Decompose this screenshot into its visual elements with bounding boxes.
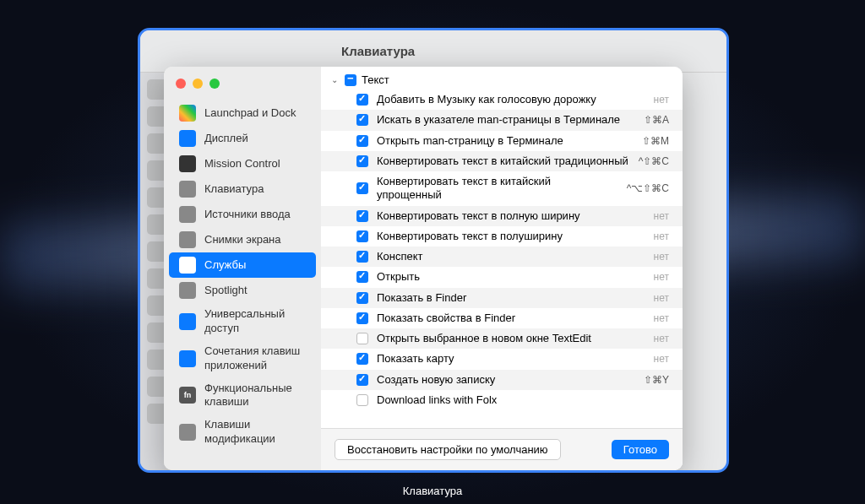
close-button[interactable] bbox=[176, 79, 186, 89]
sidebar-item-0[interactable]: Launchpad и Dock bbox=[169, 100, 316, 126]
sidebar-item-3[interactable]: Клавиатура bbox=[169, 176, 316, 202]
maximize-button[interactable] bbox=[209, 79, 220, 89]
service-checkbox[interactable] bbox=[356, 292, 368, 304]
sidebar-item-11[interactable]: Клавиши модификации bbox=[169, 414, 316, 451]
keyboard-icon bbox=[179, 181, 196, 198]
service-checkbox[interactable] bbox=[356, 353, 368, 365]
service-shortcut[interactable]: ^⌥⇧⌘C bbox=[627, 182, 669, 194]
group-label: Текст bbox=[362, 73, 389, 86]
group-checkbox[interactable] bbox=[345, 74, 356, 86]
launchpad-icon bbox=[179, 105, 196, 122]
service-row[interactable]: Открытьнет bbox=[321, 267, 683, 287]
sidebar-item-8[interactable]: Универсальный доступ bbox=[169, 303, 316, 340]
service-row[interactable]: Показать в Finderнет bbox=[321, 288, 683, 308]
category-sidebar: Launchpad и DockДисплейMission ControlКл… bbox=[164, 67, 321, 470]
service-shortcut[interactable]: нет bbox=[654, 271, 669, 283]
sidebar-item-6[interactable]: Службы bbox=[169, 252, 316, 278]
done-button[interactable]: Готово bbox=[612, 440, 669, 459]
sidebar-item-1[interactable]: Дисплей bbox=[169, 126, 316, 151]
service-label: Открыть bbox=[377, 270, 645, 284]
footer: Восстановить настройки по умолчанию Гото… bbox=[321, 428, 683, 470]
service-shortcut[interactable]: нет bbox=[654, 230, 669, 242]
service-checkbox[interactable] bbox=[356, 210, 368, 222]
main-pane: ⌄ТекстДобавить в Музыку как голосовую до… bbox=[321, 67, 683, 470]
service-shortcut[interactable]: нет bbox=[654, 94, 669, 106]
service-checkbox[interactable] bbox=[356, 182, 368, 194]
service-row[interactable]: Открыть man-страницу в Терминале⇧⌘M bbox=[321, 131, 683, 151]
service-row[interactable]: Конвертировать текст в китайский упрощен… bbox=[321, 171, 683, 206]
service-row[interactable]: Добавить в Музыку как голосовую дорожкун… bbox=[321, 89, 683, 110]
sidebar-item-label: Spotlight bbox=[204, 284, 248, 298]
service-shortcut[interactable]: ^⇧⌘C bbox=[639, 155, 669, 167]
sidebar-item-label: Функциональные клавиши bbox=[204, 382, 306, 410]
service-row[interactable]: Искать в указателе man-страницы в Термин… bbox=[321, 110, 683, 130]
service-shortcut[interactable]: нет bbox=[654, 210, 669, 222]
service-label: Конвертировать текст в полуширину bbox=[377, 230, 645, 243]
service-label: Показать карту bbox=[377, 352, 645, 366]
display-icon bbox=[179, 130, 196, 147]
service-row[interactable]: Показать картунет bbox=[321, 349, 683, 369]
service-shortcut[interactable]: нет bbox=[654, 251, 669, 263]
shortcuts-sheet: Launchpad и DockДисплейMission ControlКл… bbox=[164, 67, 683, 470]
screenshot-icon bbox=[179, 231, 196, 248]
sidebar-item-7[interactable]: Spotlight bbox=[169, 278, 316, 303]
sidebar-item-label: Дисплей bbox=[204, 132, 248, 146]
service-checkbox[interactable] bbox=[356, 333, 368, 344]
sidebar-item-label: Источники ввода bbox=[204, 208, 291, 222]
service-shortcut[interactable]: нет bbox=[654, 292, 669, 304]
services-list[interactable]: ⌄ТекстДобавить в Музыку как голосовую до… bbox=[321, 67, 683, 428]
sidebar-item-label: Службы bbox=[204, 258, 246, 273]
service-label: Добавить в Музыку как голосовую дорожку bbox=[377, 93, 645, 106]
sidebar-item-label: Mission Control bbox=[204, 157, 280, 171]
service-row[interactable]: Download links with Folx bbox=[321, 390, 683, 410]
service-checkbox[interactable] bbox=[356, 114, 368, 126]
accessibility-icon bbox=[179, 313, 196, 330]
service-label: Искать в указателе man-страницы в Термин… bbox=[377, 113, 635, 127]
service-checkbox[interactable] bbox=[356, 230, 368, 242]
service-row[interactable]: Конвертировать текст в полуширинунет bbox=[321, 226, 683, 247]
service-checkbox[interactable] bbox=[356, 394, 368, 406]
service-checkbox[interactable] bbox=[356, 374, 368, 386]
service-shortcut[interactable]: нет bbox=[654, 333, 669, 344]
service-checkbox[interactable] bbox=[356, 155, 368, 167]
service-label: Конвертировать текст в китайский упрощен… bbox=[377, 175, 618, 203]
minimize-button[interactable] bbox=[193, 79, 203, 89]
service-label: Открыть man-страницу в Терминале bbox=[377, 134, 634, 148]
sidebar-item-2[interactable]: Mission Control bbox=[169, 151, 316, 176]
service-shortcut[interactable]: нет bbox=[654, 353, 669, 365]
service-shortcut[interactable]: ⇧⌘M bbox=[642, 135, 669, 147]
service-row[interactable]: Показать свойства в Finderнет bbox=[321, 308, 683, 328]
service-label: Открыть выбранное в новом окне TextEdit bbox=[377, 332, 645, 345]
restore-defaults-button[interactable]: Восстановить настройки по умолчанию bbox=[335, 439, 561, 460]
sidebar-item-10[interactable]: fnФункциональные клавиши bbox=[169, 377, 316, 415]
sidebar-item-5[interactable]: Снимки экрана bbox=[169, 227, 316, 252]
service-shortcut[interactable]: ⇧⌘Y bbox=[644, 374, 669, 386]
sidebar-item-label: Снимки экрана bbox=[204, 233, 281, 247]
bg-window-title: Клавиатура bbox=[341, 44, 415, 58]
window-frame: Клавиатура T Tuxera NTFS Laun bbox=[138, 28, 729, 473]
sidebar-item-label: Клавиши модификации bbox=[204, 418, 306, 447]
service-row[interactable]: Открыть выбранное в новом окне TextEditн… bbox=[321, 328, 683, 349]
sidebar-item-label: Клавиатура bbox=[204, 182, 264, 197]
traffic-lights bbox=[176, 79, 220, 89]
service-row[interactable]: Конспектнет bbox=[321, 247, 683, 267]
chevron-down-icon: ⌄ bbox=[329, 75, 340, 84]
service-label: Конвертировать текст в китайский традици… bbox=[377, 154, 630, 168]
sidebar-item-label: Сочетания клавиш приложений bbox=[204, 344, 306, 373]
service-checkbox[interactable] bbox=[356, 312, 368, 324]
service-row[interactable]: Создать новую записку⇧⌘Y bbox=[321, 370, 683, 390]
service-checkbox[interactable] bbox=[356, 271, 368, 283]
service-checkbox[interactable] bbox=[356, 251, 368, 263]
service-checkbox[interactable] bbox=[356, 135, 368, 147]
service-shortcut[interactable]: нет bbox=[654, 312, 669, 324]
service-row[interactable]: Конвертировать текст в китайский традици… bbox=[321, 151, 683, 171]
sidebar-item-4[interactable]: Источники ввода bbox=[169, 202, 316, 227]
appshort-icon bbox=[179, 350, 196, 367]
services-icon bbox=[179, 257, 196, 274]
service-checkbox[interactable] bbox=[356, 94, 368, 106]
group-header-text[interactable]: ⌄Текст bbox=[321, 70, 683, 89]
service-shortcut[interactable]: ⇧⌘A bbox=[644, 114, 669, 126]
service-label: Конспект bbox=[377, 250, 645, 263]
sidebar-item-9[interactable]: Сочетания клавиш приложений bbox=[169, 340, 316, 377]
service-row[interactable]: Конвертировать текст в полную ширинунет bbox=[321, 206, 683, 226]
